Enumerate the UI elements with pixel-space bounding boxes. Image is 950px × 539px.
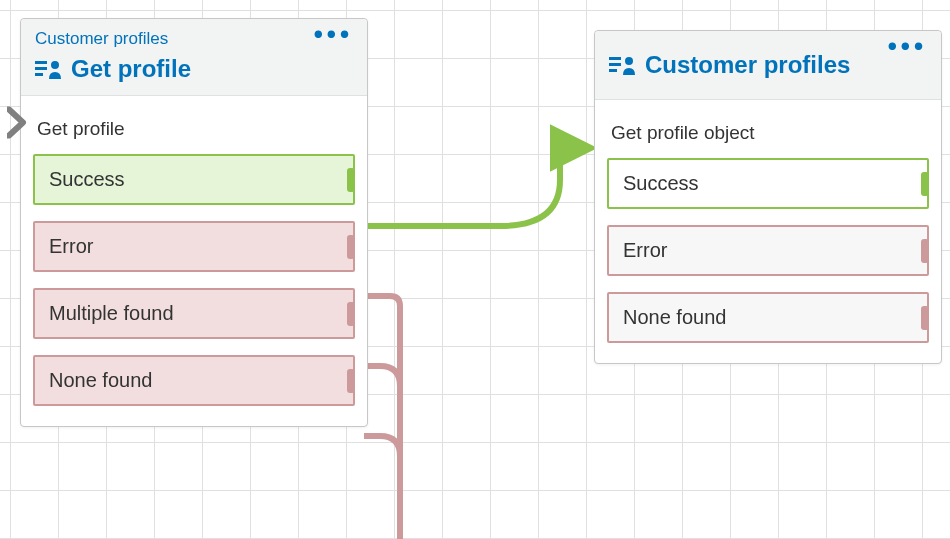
node-category: Customer profiles — [35, 29, 353, 49]
outcomes-list: Success Error None found — [595, 158, 941, 363]
node-title: Customer profiles — [645, 51, 850, 79]
outcome-none-found[interactable]: None found — [607, 292, 929, 343]
node-header: Customer profiles ••• — [595, 31, 941, 100]
entry-port-icon[interactable] — [7, 107, 29, 144]
outcomes-list: Success Error Multiple found None found — [21, 154, 367, 426]
outcome-multiple-found[interactable]: Multiple found — [33, 288, 355, 339]
action-text: Get profile — [37, 118, 125, 139]
output-port[interactable] — [921, 306, 929, 330]
profile-list-icon — [35, 57, 61, 81]
svg-rect-4 — [609, 57, 621, 60]
output-port[interactable] — [347, 168, 355, 192]
outcome-label: Multiple found — [49, 302, 174, 324]
svg-point-7 — [625, 57, 633, 65]
output-port[interactable] — [347, 302, 355, 326]
connector-success — [364, 148, 588, 226]
svg-point-3 — [51, 61, 59, 69]
node-title: Get profile — [71, 55, 191, 83]
outcome-label: None found — [49, 369, 152, 391]
node-action-label: Get profile object — [595, 100, 941, 158]
node-menu-button[interactable]: ••• — [888, 41, 927, 51]
connector-error — [364, 296, 400, 539]
output-port[interactable] — [921, 239, 929, 263]
connector-none — [364, 436, 400, 539]
node-get-profile[interactable]: Customer profiles Get profile • — [20, 18, 368, 427]
output-port[interactable] — [347, 369, 355, 393]
action-text: Get profile object — [611, 122, 755, 143]
outcome-none-found[interactable]: None found — [33, 355, 355, 406]
outcome-error[interactable]: Error — [607, 225, 929, 276]
node-header: Customer profiles Get profile • — [21, 19, 367, 96]
node-action-label: Get profile — [21, 96, 367, 154]
profile-list-icon — [609, 53, 635, 77]
svg-rect-5 — [609, 63, 621, 66]
output-port[interactable] — [921, 172, 929, 196]
connector-multiple — [364, 366, 400, 539]
svg-rect-2 — [35, 73, 43, 76]
svg-rect-0 — [35, 61, 47, 64]
outcome-label: Success — [49, 168, 125, 190]
outcome-success[interactable]: Success — [33, 154, 355, 205]
outcome-label: Success — [623, 172, 699, 194]
flow-canvas[interactable]: Customer profiles Get profile • — [0, 0, 950, 539]
node-customer-profiles[interactable]: Customer profiles ••• Get profile object… — [594, 30, 942, 364]
outcome-label: Error — [49, 235, 93, 257]
outcome-label: Error — [623, 239, 667, 261]
outcome-error[interactable]: Error — [33, 221, 355, 272]
outcome-success[interactable]: Success — [607, 158, 929, 209]
node-menu-button[interactable]: ••• — [314, 29, 353, 39]
output-port[interactable] — [347, 235, 355, 259]
svg-rect-6 — [609, 69, 617, 72]
outcome-label: None found — [623, 306, 726, 328]
svg-rect-1 — [35, 67, 47, 70]
